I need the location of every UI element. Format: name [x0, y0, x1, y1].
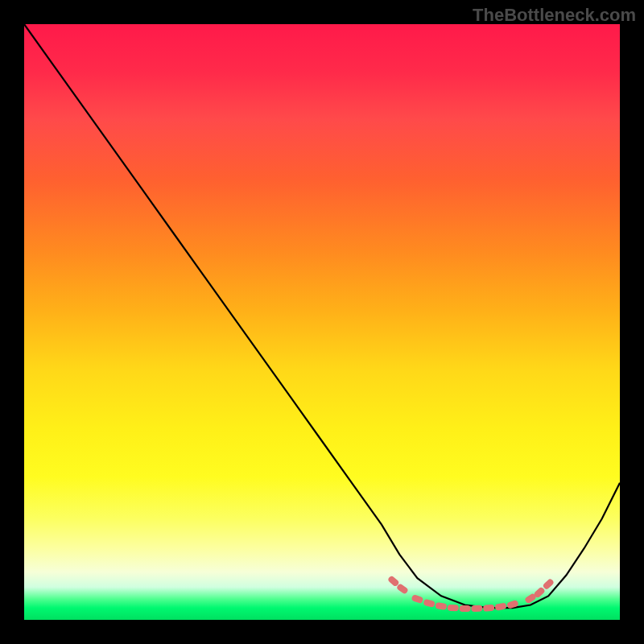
plot-area — [24, 24, 620, 620]
watermark-text: TheBottleneck.com — [473, 5, 636, 26]
bottleneck-curve — [24, 24, 620, 608]
marker-dot — [483, 605, 495, 612]
chart-svg — [24, 24, 620, 620]
marker-dot — [542, 578, 555, 590]
marker-dot — [435, 602, 447, 610]
marker-dot — [423, 599, 436, 608]
marker-dot — [448, 605, 459, 612]
marker-dot — [411, 594, 423, 604]
marker-dot — [460, 605, 471, 612]
marker-dot — [471, 605, 482, 613]
marker-dot — [396, 583, 409, 594]
marker-dot — [387, 575, 400, 587]
marker-dot — [494, 602, 506, 611]
